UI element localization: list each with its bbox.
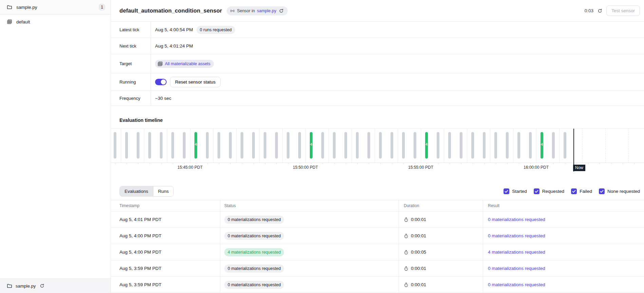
table-header-row: Timestamp Status Duration Result bbox=[111, 200, 644, 212]
timeline-bar[interactable] bbox=[160, 132, 163, 159]
status-pill: 0 materializations requested bbox=[224, 216, 284, 224]
timeline-bar[interactable] bbox=[206, 132, 209, 159]
timeline-bar[interactable] bbox=[125, 132, 128, 159]
timeline-bar[interactable] bbox=[298, 132, 301, 159]
timeline-bar[interactable] bbox=[137, 132, 139, 159]
timeline-bar[interactable] bbox=[402, 132, 405, 159]
detail-row-next-tick: Next tick Aug 5, 4:01:24 PM bbox=[111, 38, 644, 54]
timeline-bar[interactable] bbox=[391, 132, 393, 159]
tab-evaluations[interactable]: Evaluations bbox=[120, 186, 153, 196]
result-link[interactable]: 0 materializations requested bbox=[488, 233, 545, 238]
axis-minor-tick bbox=[127, 163, 127, 164]
timeline-bar[interactable] bbox=[344, 132, 347, 159]
timeline-bar[interactable]: 4 bbox=[541, 132, 543, 159]
stopwatch-icon bbox=[404, 250, 409, 255]
duration-value: 0:00:05 bbox=[411, 250, 426, 255]
gridline bbox=[190, 129, 190, 163]
timeline-bar[interactable] bbox=[183, 132, 186, 159]
target-assets-chip[interactable]: All materializable assets bbox=[155, 60, 214, 68]
gridline bbox=[467, 129, 467, 163]
timeline-bar[interactable]: 4 bbox=[425, 132, 428, 159]
timeline-bar[interactable]: 4 bbox=[310, 132, 312, 159]
timeline-bar[interactable] bbox=[229, 132, 232, 159]
timeline-bar[interactable] bbox=[552, 132, 555, 159]
timeline-bar[interactable] bbox=[367, 132, 370, 159]
axis-minor-tick bbox=[173, 163, 173, 164]
timeline-bar[interactable] bbox=[241, 132, 243, 159]
checkbox-checked-icon[interactable] bbox=[599, 188, 605, 194]
checkbox-checked-icon[interactable] bbox=[504, 188, 509, 194]
timeline-bar[interactable] bbox=[448, 132, 451, 159]
detail-label: Frequency bbox=[111, 91, 151, 106]
x-tick-label: 15:50:00 PDT bbox=[293, 165, 318, 170]
timeline-bar[interactable] bbox=[414, 132, 416, 159]
timeline-bar[interactable] bbox=[437, 132, 439, 159]
filter-label: None requested bbox=[607, 189, 640, 194]
timestamp-cell: Aug 5, 3:59 PM PDT bbox=[111, 260, 220, 276]
axis-minor-tick bbox=[576, 163, 577, 164]
timeline-bar[interactable] bbox=[460, 132, 462, 159]
axis-minor-tick bbox=[150, 163, 150, 164]
gridline bbox=[536, 129, 536, 163]
timeline-bar[interactable] bbox=[275, 132, 278, 159]
timeline-bar[interactable] bbox=[264, 132, 266, 159]
reload-definitions-icon[interactable] bbox=[278, 8, 284, 14]
timeline-bar[interactable] bbox=[171, 132, 174, 159]
result-link[interactable]: 0 materializations requested bbox=[488, 217, 545, 222]
filter-none-requested[interactable]: None requested bbox=[599, 188, 640, 194]
stopwatch-icon bbox=[404, 266, 409, 271]
axis-minor-tick bbox=[461, 163, 461, 164]
axis-minor-tick bbox=[600, 163, 600, 164]
sensor-origin-text: Sensor in bbox=[237, 8, 255, 13]
timeline-bar[interactable] bbox=[483, 132, 486, 159]
axis-minor-tick bbox=[473, 163, 473, 164]
timeline-bar[interactable] bbox=[506, 132, 509, 159]
column-header-timestamp: Timestamp bbox=[111, 200, 220, 211]
checkbox-checked-icon[interactable] bbox=[534, 188, 539, 194]
axis-minor-tick bbox=[565, 163, 565, 164]
tab-runs[interactable]: Runs bbox=[153, 186, 174, 196]
timeline-bar[interactable] bbox=[494, 132, 497, 159]
sidebar-item-label: default bbox=[16, 19, 30, 24]
gridline bbox=[305, 129, 306, 163]
sidebar-repo-header[interactable]: sample.py 1 bbox=[0, 0, 111, 15]
sidebar-item-default[interactable]: default bbox=[0, 15, 111, 29]
test-sensor-button[interactable]: Test sensor bbox=[606, 5, 640, 16]
result-link[interactable]: 0 materializations requested bbox=[488, 266, 545, 271]
filter-requested[interactable]: Requested bbox=[534, 188, 564, 194]
filter-started[interactable]: Started bbox=[504, 188, 527, 194]
status-pill: 0 materializations requested bbox=[224, 264, 284, 273]
timeline-bar[interactable] bbox=[356, 132, 359, 159]
reset-sensor-status-button[interactable]: Reset sensor status bbox=[170, 77, 221, 87]
timeline-bar[interactable] bbox=[252, 132, 255, 159]
timeline-bar[interactable] bbox=[379, 132, 382, 159]
timeline-bar[interactable] bbox=[333, 132, 336, 159]
repo-count-badge: 1 bbox=[99, 4, 105, 11]
axis-minor-tick bbox=[588, 163, 588, 164]
timeline-bar[interactable] bbox=[471, 132, 474, 159]
timeline-bar[interactable] bbox=[321, 132, 324, 159]
timeline-bar[interactable] bbox=[217, 132, 220, 159]
checkbox-checked-icon[interactable] bbox=[571, 188, 577, 194]
running-toggle[interactable] bbox=[155, 79, 167, 85]
reload-repo-icon[interactable] bbox=[39, 283, 45, 289]
timeline-bar[interactable] bbox=[529, 132, 532, 159]
result-link[interactable]: 4 materializations requested bbox=[488, 250, 545, 255]
detail-row-latest-tick: Latest tick Aug 5, 4:00:54 PM 0 runs req… bbox=[111, 22, 644, 38]
filter-label: Failed bbox=[580, 189, 592, 194]
filter-failed[interactable]: Failed bbox=[571, 188, 592, 194]
timeline-bar[interactable] bbox=[287, 132, 289, 159]
filter-label: Started bbox=[512, 189, 527, 194]
timeline-bar[interactable] bbox=[564, 132, 566, 159]
timeline-bar[interactable]: 4 bbox=[194, 132, 197, 159]
result-link[interactable]: 0 materializations requested bbox=[488, 282, 545, 287]
timeline-bar[interactable] bbox=[148, 132, 151, 159]
timeline-bar[interactable] bbox=[517, 132, 520, 159]
evaluations-toolbar: Evaluations Runs Started Requested bbox=[111, 186, 644, 197]
sensor-origin-link[interactable]: sample.py bbox=[257, 8, 276, 13]
refresh-icon-button[interactable] bbox=[597, 8, 603, 14]
axis-minor-tick bbox=[542, 163, 542, 164]
timeline-bar[interactable] bbox=[114, 132, 116, 159]
gridline bbox=[513, 129, 513, 163]
target-assets-label: All materializable assets bbox=[165, 61, 210, 66]
